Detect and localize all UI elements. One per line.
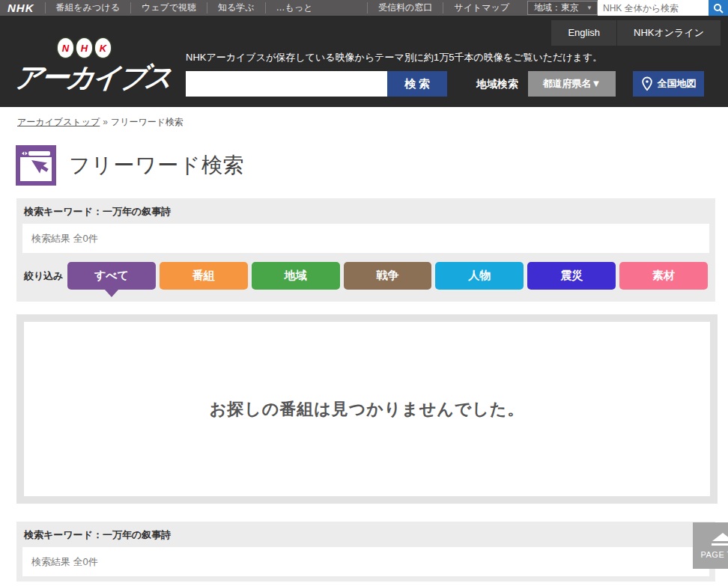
lang-links: English NHKオンライン bbox=[551, 20, 721, 46]
national-map-button[interactable]: 全国地図 bbox=[633, 71, 704, 97]
arrow-up-icon bbox=[712, 533, 728, 541]
search-icon bbox=[713, 3, 724, 13]
filter-all-button[interactable]: すべて bbox=[67, 262, 156, 290]
topbar-spacer bbox=[323, 2, 344, 13]
region-search-label: 地域検索 bbox=[476, 71, 518, 97]
filter-row: 絞り込み すべて 番組 地域 戦争 人物 震災 素材 bbox=[16, 262, 715, 290]
keyword-label-bottom: 検索キーワード：一万年の叙事詩 bbox=[16, 522, 715, 547]
result-count-bottom: 検索結果 全0件 bbox=[22, 547, 709, 576]
nhk-archives-page: NHK 番組をみつける ウェブで視聴 知る学ぶ …もっと 受信料の窓口 サイトマ… bbox=[0, 0, 728, 586]
menu-more[interactable]: …もっと bbox=[265, 2, 324, 13]
archives-header: English NHKオンライン N H K アーカイブス NHKアーカイブスが… bbox=[0, 16, 728, 107]
filter-program-button[interactable]: 番組 bbox=[160, 262, 248, 290]
map-pin-icon bbox=[641, 76, 653, 91]
prefecture-select-button[interactable]: 都道府県名▼ bbox=[528, 71, 616, 97]
results-panel-inner: お探しの番組は見つかりませんでした。 bbox=[24, 322, 710, 496]
empty-results-message: お探しの番組は見つかりませんでした。 bbox=[210, 398, 525, 421]
header-tagline: NHKアーカイブスが保存している映像からテーマ別に約1万5千本の映像をご覧いただ… bbox=[186, 51, 602, 64]
page-top-label: PAGE TOP bbox=[700, 550, 728, 559]
breadcrumb-home-link[interactable]: アーカイブストップ bbox=[17, 117, 100, 127]
nhk-logo[interactable]: NHK bbox=[0, 1, 45, 14]
search-summary-top: 検索キーワード：一万年の叙事詩 検索結果 全0件 絞り込み すべて 番組 地域 … bbox=[16, 198, 715, 302]
filter-war-button[interactable]: 戦争 bbox=[344, 262, 432, 290]
results-panel: お探しの番組は見つかりませんでした。 bbox=[16, 314, 718, 504]
page-top-button[interactable]: PAGE TOP bbox=[693, 522, 728, 569]
search-summary-bottom: 検索キーワード：一万年の叙事詩 検索結果 全0件 bbox=[16, 522, 715, 582]
egg-k: K bbox=[95, 38, 111, 58]
breadcrumb: アーカイブストップ»フリーワード検索 bbox=[17, 116, 183, 129]
link-reception-fee[interactable]: 受信料の窓口 bbox=[367, 2, 443, 13]
filter-person-button[interactable]: 人物 bbox=[435, 262, 524, 290]
nhk-eggs-icon: N H K bbox=[58, 38, 183, 58]
filter-label: 絞り込み bbox=[24, 269, 67, 283]
menu-find-programs[interactable]: 番組をみつける bbox=[45, 2, 130, 13]
keyword-label: 検索キーワード：一万年の叙事詩 bbox=[16, 198, 715, 224]
archives-logo-text: アーカイブス bbox=[12, 59, 186, 97]
link-nhk-online[interactable]: NHKオンライン bbox=[616, 20, 721, 46]
archives-logo[interactable]: N H K アーカイブス bbox=[15, 38, 183, 97]
egg-h: H bbox=[76, 38, 92, 58]
filter-earthquake-button[interactable]: 震災 bbox=[527, 262, 616, 290]
freeword-search-icon bbox=[15, 144, 57, 186]
result-count: 検索結果 全0件 bbox=[22, 224, 709, 253]
top-utility-bar: NHK 番組をみつける ウェブで視聴 知る学ぶ …もっと 受信料の窓口 サイトマ… bbox=[0, 0, 728, 16]
arrow-up-bar bbox=[712, 543, 728, 546]
egg-n: N bbox=[58, 38, 73, 58]
region-select-value: 地域：東京 bbox=[534, 1, 579, 14]
active-filter-arrow bbox=[105, 290, 118, 297]
link-english[interactable]: English bbox=[551, 20, 616, 46]
archives-search-button[interactable]: 検 索 bbox=[387, 71, 447, 97]
national-map-label: 全国地図 bbox=[658, 77, 697, 91]
topbar-right-group: 受信料の窓口 サイトマップ 地域：東京 ▼ bbox=[367, 0, 728, 16]
menu-web-watch[interactable]: ウェブで視聴 bbox=[130, 2, 207, 13]
site-search-button[interactable] bbox=[709, 0, 728, 16]
link-sitemap[interactable]: サイトマップ bbox=[443, 2, 520, 13]
menu-learn[interactable]: 知る学ぶ bbox=[207, 2, 265, 13]
breadcrumb-separator: » bbox=[103, 117, 108, 127]
filter-material-button[interactable]: 素材 bbox=[619, 262, 708, 290]
filter-buttons: すべて 番組 地域 戦争 人物 震災 素材 bbox=[67, 262, 708, 290]
site-search-input[interactable] bbox=[598, 0, 709, 16]
filter-region-button[interactable]: 地域 bbox=[252, 262, 340, 290]
page-title-row: フリーワード検索 bbox=[15, 144, 245, 186]
breadcrumb-current: フリーワード検索 bbox=[111, 117, 183, 127]
chevron-down-icon: ▼ bbox=[586, 4, 592, 11]
page-title: フリーワード検索 bbox=[69, 151, 245, 180]
archives-search-input[interactable] bbox=[186, 71, 387, 97]
region-select[interactable]: 地域：東京 ▼ bbox=[527, 1, 598, 15]
